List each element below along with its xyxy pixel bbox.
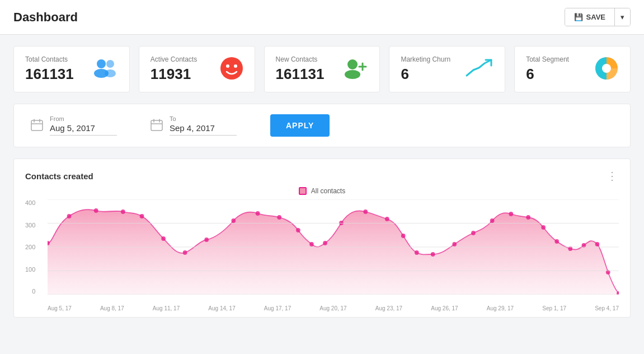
kpi-card-total-segment: Total Segment 6 (514, 46, 631, 92)
svg-point-7 (347, 59, 358, 69)
y-label-200: 200 (25, 244, 35, 250)
svg-point-23 (94, 208, 98, 213)
svg-point-41 (452, 242, 457, 246)
chart-container: 400 300 200 100 0 (48, 199, 619, 311)
x-label-0: Aug 5, 17 (48, 305, 72, 311)
svg-point-2 (106, 60, 114, 68)
x-label-3: Aug 14, 17 (208, 305, 235, 311)
svg-point-44 (509, 212, 514, 216)
svg-point-36 (363, 209, 368, 214)
svg-point-46 (541, 225, 546, 230)
x-label-4: Aug 17, 17 (264, 305, 291, 311)
chart-legend: All contacts (25, 187, 619, 195)
svg-point-31 (277, 215, 281, 220)
x-label-7: Aug 26, 17 (431, 305, 458, 311)
svg-point-25 (140, 214, 144, 218)
svg-point-28 (204, 237, 209, 242)
x-label-1: Aug 8, 17 (100, 305, 124, 311)
chart-title: Contacts created (25, 171, 93, 181)
svg-point-26 (161, 236, 166, 241)
chevron-down-icon: ▾ (621, 13, 624, 21)
top-bar: Dashboard 💾 SAVE ▾ (0, 0, 644, 35)
save-disk-icon: 💾 (574, 13, 583, 21)
svg-point-6 (234, 64, 237, 68)
svg-point-8 (345, 70, 360, 79)
x-label-5: Aug 20, 17 (319, 305, 346, 311)
kpi-card-total-contacts: Total Contacts 161131 (13, 46, 130, 92)
svg-point-35 (339, 221, 344, 225)
save-btn-group: 💾 SAVE ▾ (565, 8, 631, 26)
svg-point-22 (67, 214, 72, 218)
save-dropdown-button[interactable]: ▾ (614, 8, 630, 26)
x-label-6: Aug 23, 17 (375, 305, 402, 311)
kpi-label-segment: Total Segment (526, 55, 569, 63)
pie-chart-icon (594, 56, 619, 82)
kpi-label-new: New Contacts (276, 55, 325, 63)
filter-card: From Aug 5, 2017 To Sep 4, 2017 APPLY (13, 104, 631, 147)
svg-point-42 (471, 231, 476, 235)
page-title: Dashboard (13, 10, 78, 25)
svg-point-34 (323, 241, 327, 245)
svg-point-50 (595, 242, 600, 246)
y-label-300: 300 (25, 222, 35, 229)
to-date-field: To Sep 4, 2017 (151, 115, 237, 136)
x-label-8: Aug 29, 17 (487, 305, 514, 311)
main-content: Total Contacts 161131 Active Contacts 11… (0, 35, 644, 329)
svg-point-39 (415, 250, 419, 255)
svg-point-0 (97, 59, 106, 68)
chart-card: Contacts created ⋮ All contacts 400 300 … (13, 159, 631, 318)
from-date-field: From Aug 5, 2017 (31, 115, 117, 136)
svg-point-47 (554, 239, 559, 244)
to-value[interactable]: Sep 4, 2017 (170, 123, 237, 136)
x-label-10: Sep 4, 17 (595, 305, 619, 311)
svg-point-38 (401, 234, 406, 238)
from-label: From (50, 115, 117, 122)
trending-up-icon (464, 58, 493, 81)
kpi-label-churn: Marketing Churn (401, 55, 450, 63)
svg-rect-13 (31, 120, 43, 131)
svg-point-29 (231, 218, 236, 223)
y-label-0: 0 (32, 288, 35, 295)
svg-point-3 (105, 69, 116, 77)
kpi-value-active: 11931 (151, 66, 197, 83)
calendar-to-icon (151, 119, 163, 133)
apply-button[interactable]: APPLY (270, 114, 330, 137)
svg-point-40 (431, 252, 435, 257)
y-label-400: 400 (25, 199, 35, 206)
svg-point-4 (220, 57, 243, 80)
svg-point-32 (296, 228, 300, 232)
from-value[interactable]: Aug 5, 2017 (50, 123, 117, 136)
chart-svg-wrapper (48, 199, 619, 295)
people-icon (92, 58, 118, 81)
face-icon (220, 57, 243, 82)
svg-point-30 (256, 211, 260, 216)
x-axis: Aug 5, 17 Aug 8, 17 Aug 11, 17 Aug 14, 1… (48, 296, 619, 311)
calendar-from-icon (31, 119, 43, 133)
kpi-value-churn: 6 (401, 66, 450, 83)
kpi-card-active-contacts: Active Contacts 11931 (139, 46, 255, 92)
chart-header: Contacts created ⋮ (25, 169, 619, 183)
add-person-icon (342, 58, 368, 81)
svg-point-37 (385, 217, 389, 221)
svg-point-24 (121, 209, 125, 214)
chart-options-icon[interactable]: ⋮ (607, 169, 619, 183)
to-label: To (170, 115, 237, 122)
svg-point-33 (309, 242, 314, 246)
x-label-9: Sep 1, 17 (542, 305, 566, 311)
svg-point-27 (183, 250, 187, 255)
svg-point-43 (490, 218, 495, 223)
kpi-label-active: Active Contacts (151, 55, 197, 63)
svg-point-45 (526, 215, 530, 220)
kpi-card-new-contacts: New Contacts 161131 (264, 46, 380, 92)
legend-label: All contacts (311, 187, 345, 195)
legend-color-dot (299, 187, 307, 195)
kpi-value-total: 161131 (25, 66, 74, 83)
svg-point-12 (602, 64, 611, 73)
kpi-label-total: Total Contacts (25, 55, 74, 63)
svg-rect-17 (151, 120, 162, 131)
kpi-value-new: 161131 (276, 66, 325, 83)
save-button[interactable]: 💾 SAVE (565, 8, 614, 26)
kpi-value-segment: 6 (526, 66, 569, 83)
y-label-100: 100 (25, 266, 35, 273)
svg-point-5 (226, 64, 229, 68)
